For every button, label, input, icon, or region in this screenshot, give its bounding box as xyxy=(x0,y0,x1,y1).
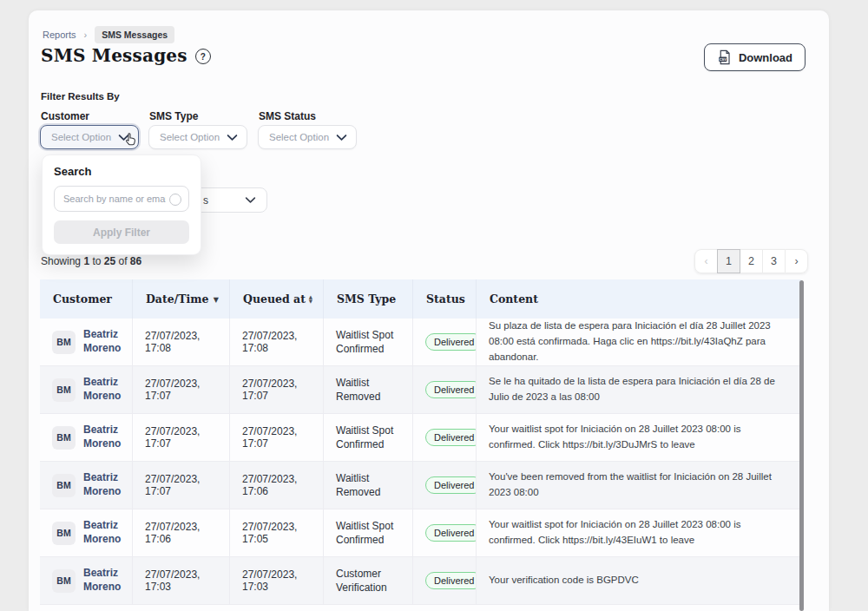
filter-label-sms-status: SMS Status xyxy=(259,110,316,122)
customer-name-link[interactable]: Beatriz Moreno xyxy=(83,471,123,498)
column-label: Queued at xyxy=(243,292,306,306)
column-header-customer[interactable]: Customer xyxy=(40,279,133,319)
queued-at-cell: 27/07/2023, 17:08 xyxy=(230,319,324,365)
sms-type-cell: Waitlist Removed xyxy=(324,366,413,413)
column-header-content[interactable]: Content xyxy=(477,279,801,319)
table-row: BMBeatriz Moreno27/07/2023, 17:0327/07/2… xyxy=(40,557,801,605)
queued-at-cell: 27/07/2023, 17:07 xyxy=(230,366,324,413)
datetime-cell: 27/07/2023, 17:06 xyxy=(133,509,230,556)
pagination-page-3[interactable]: 3 xyxy=(762,249,786,273)
filter-label-customer: Customer xyxy=(41,110,89,122)
status-cell: Delivered xyxy=(413,509,477,556)
sort-descending-icon[interactable]: ▼ xyxy=(214,296,219,303)
pagination-page-2[interactable]: 2 xyxy=(740,249,763,273)
customer-cell: BMBeatriz Moreno xyxy=(40,509,133,556)
column-header-status[interactable]: Status xyxy=(413,279,477,319)
column-label: Status xyxy=(426,292,465,306)
page-title: SMS Messages xyxy=(41,45,187,66)
column-header-queued-at[interactable]: Queued at▲▼ xyxy=(230,279,324,319)
column-header-sms-type[interactable]: SMS Type xyxy=(324,279,413,319)
sort-both-icon[interactable]: ▲▼ xyxy=(309,295,312,304)
customer-cell: BMBeatriz Moreno xyxy=(40,557,133,604)
sms-messages-table: CustomerDate/Time▼Queued at▲▼SMS TypeSta… xyxy=(40,279,801,611)
table-row: BMBeatriz Moreno27/07/2023, 17:0727/07/2… xyxy=(40,366,801,414)
customer-name-link[interactable]: Beatriz Moreno xyxy=(83,567,123,594)
customer-name-link[interactable]: Beatriz Moreno xyxy=(83,519,123,546)
table-row-partial xyxy=(40,605,801,611)
queued-at-cell: 27/07/2023, 17:05 xyxy=(230,509,324,556)
help-icon[interactable]: ? xyxy=(195,49,211,64)
summary-from: 1 xyxy=(83,255,89,267)
content-cell: Your verification code is BGPDVC xyxy=(477,557,801,604)
pagination: ‹ 1 2 3 › xyxy=(694,249,808,273)
datetime-cell: 27/07/2023, 17:07 xyxy=(133,366,230,413)
customer-search-popover: Search Apply Filter xyxy=(42,154,201,255)
sms-type-cell: Customer Verification xyxy=(324,557,413,604)
filter-label-sms-type: SMS Type xyxy=(149,110,198,122)
pagination-prev-button[interactable]: ‹ xyxy=(694,249,718,273)
pagination-page-1[interactable]: 1 xyxy=(717,249,740,273)
content-card: Reports › SMS Messages SMS Messages ? CS… xyxy=(29,10,829,611)
avatar: BM xyxy=(52,378,76,402)
breadcrumb-chevron-icon: › xyxy=(84,30,88,40)
content-cell: Se le ha quitado de la lista de espera p… xyxy=(477,366,801,413)
datetime-cell: 27/07/2023, 17:08 xyxy=(133,319,230,365)
datetime-cell: 27/07/2023, 17:07 xyxy=(133,414,230,461)
results-summary: Showing 1 to 25 of 86 xyxy=(41,255,141,267)
summary-to: 25 xyxy=(104,255,115,267)
customer-cell: BMBeatriz Moreno xyxy=(40,414,133,461)
table-row: BMBeatriz Moreno27/07/2023, 17:0827/07/2… xyxy=(40,319,801,366)
status-badge: Delivered xyxy=(425,333,477,351)
status-cell: Delivered xyxy=(413,414,477,461)
vertical-scrollbar[interactable] xyxy=(799,280,804,611)
customer-cell: BMBeatriz Moreno xyxy=(40,366,133,413)
customer-select-value: Select Option xyxy=(51,132,111,142)
breadcrumb-item-sms-messages[interactable]: SMS Messages xyxy=(95,26,174,43)
page-background: Reports › SMS Messages SMS Messages ? CS… xyxy=(0,0,868,611)
table-row: BMBeatriz Moreno27/07/2023, 17:0727/07/2… xyxy=(40,462,801,509)
queued-at-cell: 27/07/2023, 17:07 xyxy=(230,414,324,461)
column-label: Customer xyxy=(53,292,112,306)
filter-section-label: Filter Results By xyxy=(41,91,120,102)
column-label: Date/Time xyxy=(146,292,208,306)
column-header-date-time[interactable]: Date/Time▼ xyxy=(133,279,230,319)
pagination-next-button[interactable]: › xyxy=(785,249,808,273)
column-label: Content xyxy=(490,292,538,306)
content-cell: Su plaza de lista de espera para Iniciac… xyxy=(477,319,801,365)
customer-cell: BMBeatriz Moreno xyxy=(40,319,133,365)
customer-name-link[interactable]: Beatriz Moreno xyxy=(83,424,123,450)
sms-type-select[interactable]: Select Option xyxy=(148,125,247,149)
svg-text:CSV: CSV xyxy=(720,57,727,62)
status-cell: Delivered xyxy=(413,366,477,413)
apply-filter-button[interactable]: Apply Filter xyxy=(54,220,189,244)
datetime-cell: 27/07/2023, 17:03 xyxy=(133,557,230,604)
customer-name-link[interactable]: Beatriz Moreno xyxy=(83,328,123,355)
status-badge: Delivered xyxy=(425,476,477,494)
sms-status-select[interactable]: Select Option xyxy=(258,125,357,149)
search-spinner-icon xyxy=(169,194,181,206)
status-cell: Delivered xyxy=(413,557,477,604)
customer-name-link[interactable]: Beatriz Moreno xyxy=(83,376,123,403)
customer-select[interactable]: Select Option xyxy=(40,125,139,149)
status-badge: Delivered xyxy=(425,381,477,398)
status-cell: Delivered xyxy=(413,319,477,365)
table-header-row: CustomerDate/Time▼Queued at▲▼SMS TypeSta… xyxy=(40,279,801,319)
breadcrumb-item-reports[interactable]: Reports xyxy=(43,30,76,40)
avatar: BM xyxy=(52,331,76,354)
download-button[interactable]: CSV Download xyxy=(704,43,806,71)
title-row: SMS Messages ? xyxy=(41,45,211,66)
table-row: BMBeatriz Moreno27/07/2023, 17:0627/07/2… xyxy=(40,509,801,557)
sms-type-cell: Waitlist Removed xyxy=(324,462,413,509)
breadcrumb: Reports › SMS Messages xyxy=(43,26,174,43)
download-label: Download xyxy=(739,51,792,64)
content-cell: Your waitlist spot for Iniciación on 28 … xyxy=(477,414,801,461)
chevron-down-icon xyxy=(336,134,347,141)
summary-to-word: to xyxy=(92,255,101,267)
queued-at-cell: 27/07/2023, 17:03 xyxy=(230,557,324,604)
status-badge: Delivered xyxy=(425,524,477,542)
avatar: BM xyxy=(52,569,76,593)
chevron-down-icon xyxy=(227,134,238,141)
queued-at-cell: 27/07/2023, 17:06 xyxy=(230,462,324,509)
content-cell: You've been removed from the waitlist fo… xyxy=(477,462,801,509)
customer-cell: BMBeatriz Moreno xyxy=(40,462,133,509)
